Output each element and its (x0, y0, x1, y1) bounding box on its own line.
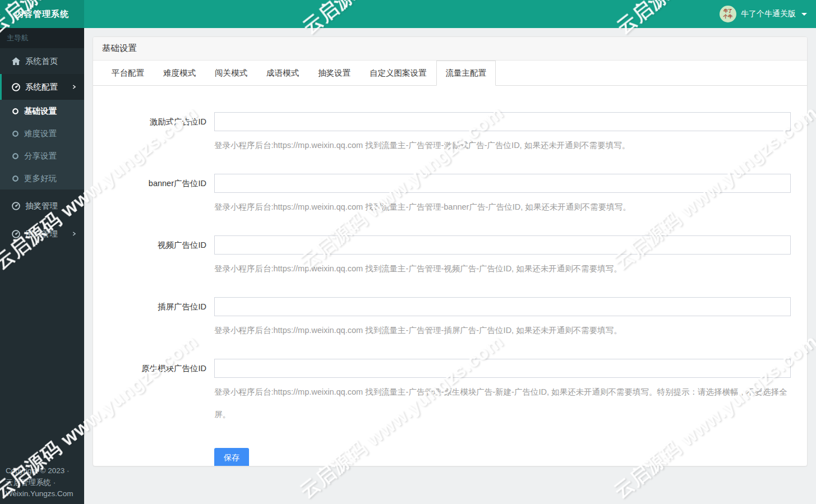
circle-icon (12, 175, 19, 182)
sidebar-item-home[interactable]: 系统首页 (0, 48, 84, 74)
sidebar-subitem-label: 基础设置 (24, 106, 57, 117)
circle-icon (12, 130, 19, 137)
sidebar-subitem-share-settings[interactable]: 分享设置 (0, 145, 84, 167)
gauge-icon (11, 82, 21, 92)
sidebar-item-user-management[interactable]: 用户管理 (0, 221, 84, 247)
home-icon (11, 57, 21, 66)
gauge-icon (11, 201, 21, 211)
tab-lottery-settings[interactable]: 抽奖设置 (308, 61, 360, 86)
copyright-line: Copyright © 2023 · (6, 465, 82, 477)
chevron-right-icon (72, 230, 77, 237)
sidebar-item-label: 系统配置 (25, 82, 58, 93)
sidebar-subitem-difficulty-settings[interactable]: 难度设置 (0, 122, 84, 145)
avatar-text: 牛了个牛 (723, 8, 733, 19)
caret-down-icon (801, 13, 807, 16)
banner-ad-id-label: banner广告位ID (93, 178, 214, 189)
save-row: 保存 (214, 448, 807, 466)
form-row-reward-ad: 激励式广告位ID 登录小程序后台:https://mp.weixin.qq.co… (93, 112, 807, 156)
sidebar-subitem-label: 分享设置 (24, 151, 57, 161)
tab-custom-pattern-settings[interactable]: 自定义图案设置 (360, 61, 436, 86)
tab-difficulty-mode[interactable]: 难度模式 (154, 61, 205, 86)
video-ad-id-label: 视频广告位ID (93, 240, 214, 251)
form-row-video-ad: 视频广告位ID 登录小程序后台:https://mp.weixin.qq.com… (93, 235, 807, 280)
banner-ad-id-input[interactable] (214, 174, 791, 193)
ad-config-form: 激励式广告位ID 登录小程序后台:https://mp.weixin.qq.co… (93, 86, 807, 466)
save-button[interactable]: 保存 (214, 448, 249, 466)
tab-platform-config[interactable]: 平台配置 (102, 61, 154, 86)
sidebar-subitem-label: 难度设置 (24, 128, 57, 139)
tab-traffic-monetization-config[interactable]: 流量主配置 (436, 61, 496, 86)
tab-idiom-mode[interactable]: 成语模式 (257, 61, 308, 86)
sidebar-section-label: 主导航 (0, 28, 84, 48)
settings-panel: 基础设置 平台配置 难度模式 闯关模式 成语模式 抽奖设置 自定义图案设置 流量… (93, 36, 808, 466)
sidebar-subitem-label: 更多好玩 (24, 173, 57, 184)
sidebar-item-system-config[interactable]: 系统配置 (0, 74, 84, 100)
circle-icon (12, 108, 19, 115)
form-row-banner-ad: banner广告位ID 登录小程序后台:https://mp.weixin.qq… (93, 174, 807, 218)
form-row-interstitial-ad: 插屏广告位ID 登录小程序后台:https://mp.weixin.qq.com… (93, 297, 807, 341)
sidebar-subitem-more-fun[interactable]: 更多好玩 (0, 167, 84, 189)
top-header: 内容管理系统 牛了个牛 牛了个牛通关版 (0, 0, 816, 28)
tab-levels-mode[interactable]: 闯关模式 (205, 61, 257, 86)
reward-ad-id-input[interactable] (214, 112, 791, 131)
native-ad-id-input[interactable] (214, 359, 791, 378)
reward-ad-id-label: 激励式广告位ID (93, 117, 214, 127)
sidebar-item-lottery-management[interactable]: 抽奖管理 (0, 193, 84, 219)
banner-ad-id-help: 登录小程序后台:https://mp.weixin.qq.com 找到流量主-广… (214, 196, 791, 218)
interstitial-ad-id-help: 登录小程序后台:https://mp.weixin.qq.com 找到流量主-广… (214, 319, 791, 341)
app-logo[interactable]: 内容管理系统 (0, 0, 84, 28)
user-avatar: 牛了个牛 (720, 6, 736, 22)
copyright-line: 云启管理系统 · (6, 477, 82, 488)
sidebar: 主导航 系统首页 系统配置 基础设置 难度设置 (0, 28, 84, 504)
chevron-right-icon (72, 84, 77, 90)
main-content: 基础设置 平台配置 难度模式 闯关模式 成语模式 抽奖设置 自定义图案设置 流量… (84, 0, 816, 466)
settings-tabs: 平台配置 难度模式 闯关模式 成语模式 抽奖设置 自定义图案设置 流量主配置 (93, 61, 807, 86)
video-ad-id-input[interactable] (214, 235, 791, 255)
video-ad-id-help: 登录小程序后台:https://mp.weixin.qq.com 找到流量主-广… (214, 257, 791, 280)
form-row-native-ad: 原生模块广告位ID 登录小程序后台:https://mp.weixin.qq.c… (93, 359, 807, 426)
reward-ad-id-help: 登录小程序后台:https://mp.weixin.qq.com 找到流量主-广… (214, 134, 791, 156)
user-menu[interactable]: 牛了个牛 牛了个牛通关版 (720, 0, 807, 28)
sidebar-item-label: 用户管理 (25, 229, 58, 239)
interstitial-ad-id-label: 插屏广告位ID (93, 302, 214, 312)
sidebar-subitem-basic-settings[interactable]: 基础设置 (0, 100, 84, 122)
system-config-submenu: 基础设置 难度设置 分享设置 更多好玩 (0, 100, 84, 189)
sidebar-item-label: 抽奖管理 (25, 201, 58, 211)
copyright-line: Weixin.Yungzs.Com (6, 488, 82, 500)
user-name: 牛了个牛通关版 (741, 9, 796, 19)
interstitial-ad-id-input[interactable] (214, 297, 791, 316)
navbar: 牛了个牛 牛了个牛通关版 (84, 0, 816, 28)
sidebar-copyright: Copyright © 2023 · 云启管理系统 · Weixin.Yungz… (6, 465, 82, 500)
panel-title: 基础设置 (93, 37, 807, 61)
gauge-icon (11, 229, 21, 239)
sidebar-item-label: 系统首页 (25, 56, 58, 67)
circle-icon (12, 152, 19, 160)
native-ad-id-help: 登录小程序后台:https://mp.weixin.qq.com 找到流量主-广… (214, 381, 791, 426)
native-ad-id-label: 原生模块广告位ID (93, 363, 214, 374)
